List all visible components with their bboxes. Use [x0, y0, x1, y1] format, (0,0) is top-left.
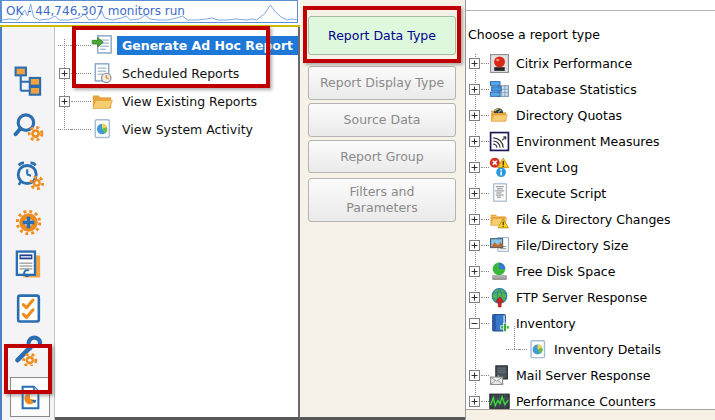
gear-plus-icon [13, 207, 44, 238]
tab-report-data-type[interactable]: Report Data Type [308, 16, 456, 55]
report-type-label: File/Directory Size [516, 238, 628, 253]
nav-tree-item-label: Scheduled Reports [117, 64, 244, 83]
sidebar-wrench-gear-button[interactable] [2, 335, 54, 366]
expand-plus-icon[interactable] [468, 58, 481, 69]
nav-tree-item-scheduled-reports[interactable]: Scheduled Reports [55, 59, 296, 87]
tab-label: Filters and Parameters [317, 184, 447, 215]
scheduled-report-icon [91, 62, 113, 84]
expand-plus-icon[interactable] [468, 266, 481, 277]
news-document-icon [13, 249, 44, 280]
report-type-tree: Citrix Performance Database Statistics D… [468, 50, 715, 414]
tree-connector [71, 101, 91, 102]
expand-plus-icon[interactable] [468, 110, 481, 121]
script-icon [489, 183, 510, 204]
tree-connector [481, 375, 489, 376]
expand-plus-icon[interactable] [58, 96, 71, 107]
nav-tree-item-view-system-activity[interactable]: View System Activity [55, 115, 296, 143]
tree-connector [58, 129, 71, 130]
report-type-item-file-directory-changes[interactable]: File & Directory Changes [468, 206, 715, 232]
expand-plus-icon[interactable] [468, 136, 481, 147]
folder-icon [91, 90, 113, 112]
report-type-label: Event Log [516, 160, 578, 175]
hierarchy-icon [13, 65, 44, 96]
report-type-label: FTP Server Response [516, 290, 647, 305]
report-type-item-ftp-server-response[interactable]: FTP Server Response [468, 284, 715, 310]
directory-quotas-icon [489, 105, 510, 126]
tree-connector [71, 129, 91, 130]
expand-plus-icon[interactable] [468, 162, 481, 173]
report-type-item-mail-server-response[interactable]: Mail Server Response [468, 362, 715, 388]
sidebar-report-pie-button[interactable] [10, 377, 50, 417]
expand-minus-icon[interactable] [468, 318, 481, 329]
tab-report-display-type[interactable]: Report Display Type [308, 66, 456, 100]
sidebar-alarm-gear-button[interactable] [2, 159, 54, 190]
report-type-item-inventory-details[interactable]: Inventory Details [506, 336, 715, 362]
tree-connector [481, 167, 489, 168]
tree-connector [481, 219, 489, 220]
report-type-label: Inventory [516, 316, 576, 331]
report-type-item-free-disk-space[interactable]: Free Disk Space [468, 258, 715, 284]
expand-plus-icon[interactable] [468, 292, 481, 303]
nav-tree-item-view-existing-reports[interactable]: View Existing Reports [55, 87, 296, 115]
report-type-label: Environment Measures [516, 134, 659, 149]
expand-plus-icon[interactable] [468, 188, 481, 199]
report-type-item-environment-measures[interactable]: Environment Measures [468, 128, 715, 154]
wizard-tab-column: Report Data TypeReport Display TypeSourc… [300, 0, 465, 420]
report-type-label: Database Statistics [516, 82, 637, 97]
panel-heading: Choose a report type [468, 27, 600, 42]
sidebar-news-document-button[interactable] [2, 249, 54, 280]
tree-connector [519, 349, 527, 350]
wrench-gear-icon [13, 335, 44, 366]
report-type-label: Execute Script [516, 186, 606, 201]
tree-connector [481, 89, 489, 90]
expand-plus-icon[interactable] [468, 396, 481, 407]
nav-tree-item-generate-ad-hoc-report[interactable]: Generate Ad Hoc Report [55, 31, 296, 59]
tree-connector [481, 245, 489, 246]
globe-ftp-icon [489, 287, 510, 308]
report-type-item-inventory[interactable]: Inventory [468, 310, 715, 336]
report-type-item-citrix-performance[interactable]: Citrix Performance [468, 50, 715, 76]
tree-connector [481, 271, 489, 272]
expand-plus-icon[interactable] [468, 370, 481, 381]
file-size-icon [489, 235, 510, 256]
status-text: OK - 44,746,307 monitors run [6, 4, 185, 18]
expand-plus-icon[interactable] [468, 84, 481, 95]
report-type-item-directory-quotas[interactable]: Directory Quotas [468, 102, 715, 128]
report-type-item-file-directory-size[interactable]: File/Directory Size [468, 232, 715, 258]
report-type-label: Directory Quotas [516, 108, 622, 123]
sidebar-hierarchy-button[interactable] [2, 65, 54, 96]
report-type-label: Performance Counters [516, 394, 656, 409]
pie-document-icon [91, 118, 113, 140]
tab-report-group[interactable]: Report Group [308, 140, 456, 173]
disk-pie-icon [489, 261, 510, 282]
tree-connector [481, 115, 489, 116]
sidebar-checklist-button[interactable] [2, 293, 54, 324]
tree-connector [481, 297, 489, 298]
nav-tree-item-label: View Existing Reports [117, 92, 262, 111]
tree-connector [481, 193, 489, 194]
status-bar[interactable]: OK - 44,746,307 monitors run [0, 0, 298, 23]
report-type-item-execute-script[interactable]: Execute Script [468, 180, 715, 206]
sidebar-toolbar [0, 27, 55, 420]
pie-document-icon [527, 339, 548, 360]
tab-label: Report Group [340, 149, 423, 165]
database-icon [489, 79, 510, 100]
navigation-tree-panel: Generate Ad Hoc Report Scheduled Reports… [55, 27, 300, 420]
folder-changes-icon [489, 209, 510, 230]
tab-source-data[interactable]: Source Data [308, 103, 456, 137]
panel-divider [466, 10, 715, 11]
report-type-label: Free Disk Space [516, 264, 615, 279]
report-type-label: Inventory Details [554, 342, 661, 357]
tab-label: Report Display Type [320, 75, 444, 91]
tree-connector [481, 63, 489, 64]
report-type-item-event-log[interactable]: Event Log [468, 154, 715, 180]
nav-tree-item-label: View System Activity [117, 120, 258, 139]
expand-plus-icon[interactable] [468, 214, 481, 225]
tab-filters-and-parameters[interactable]: Filters and Parameters [308, 178, 456, 222]
tree-connector [71, 45, 91, 46]
expand-plus-icon[interactable] [468, 240, 481, 251]
sidebar-search-gear-button[interactable] [2, 111, 54, 142]
sidebar-gear-plus-button[interactable] [2, 207, 54, 238]
report-type-item-database-statistics[interactable]: Database Statistics [468, 76, 715, 102]
expand-plus-icon[interactable] [58, 68, 71, 79]
